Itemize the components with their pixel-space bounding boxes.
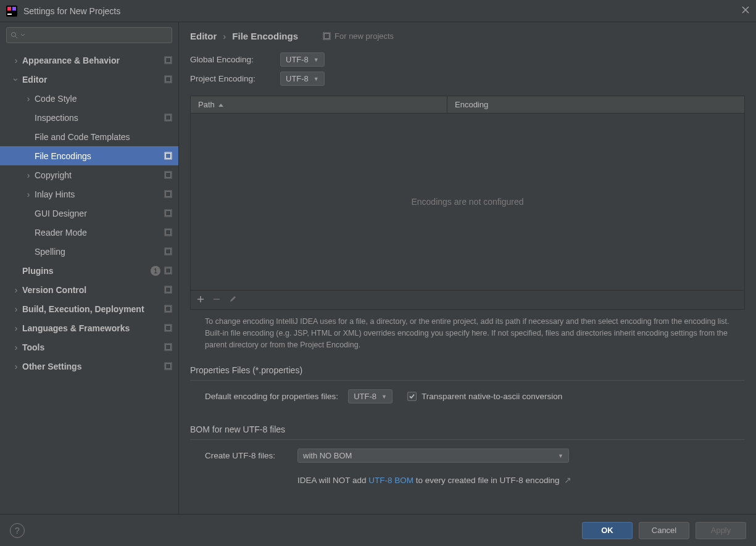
svg-rect-28	[166, 307, 171, 312]
svg-rect-2	[12, 7, 16, 10]
tree-item-spelling[interactable]: Spelling	[0, 242, 178, 261]
scope-icon	[164, 305, 172, 313]
tree-item-file-code-templates[interactable]: File and Code Templates	[0, 127, 178, 146]
remove-button[interactable]	[213, 294, 220, 305]
svg-rect-36	[325, 34, 330, 39]
scope-icon	[164, 362, 172, 370]
svg-rect-18	[166, 211, 171, 216]
tree-item-plugins[interactable]: Plugins 1	[0, 261, 178, 280]
svg-rect-12	[166, 154, 171, 159]
app-logo-icon	[6, 6, 17, 17]
scope-icon	[323, 32, 331, 40]
chevron-down-icon: ▼	[314, 57, 319, 63]
svg-rect-8	[166, 77, 171, 82]
svg-rect-26	[166, 287, 171, 292]
table-toolbar	[190, 291, 745, 310]
svg-rect-1	[7, 7, 11, 10]
tree-item-build-execution-deployment[interactable]: ›Build, Execution, Deployment	[0, 299, 178, 318]
minus-icon	[213, 296, 220, 303]
dialog-footer: ? OK Cancel Apply	[0, 514, 756, 546]
settings-sidebar: ›Appearance & Behavior ›Editor ›Code Sty…	[0, 22, 179, 514]
global-encoding-combo[interactable]: UTF-8▼	[280, 52, 325, 67]
scope-icon	[164, 209, 172, 217]
global-encoding-label: Global Encoding:	[190, 55, 280, 64]
edit-button[interactable]	[229, 294, 236, 305]
tree-item-gui-designer[interactable]: GUI Designer	[0, 204, 178, 223]
chevron-down-icon	[20, 33, 25, 38]
svg-rect-24	[166, 268, 171, 273]
cancel-button[interactable]: Cancel	[639, 522, 689, 539]
external-link-icon: ↗	[564, 476, 571, 485]
encodings-table: Path Encoding Encodings are not configur…	[190, 96, 745, 291]
help-button[interactable]: ?	[10, 523, 25, 538]
scope-icon	[164, 171, 172, 179]
plus-icon	[197, 296, 204, 303]
tree-item-inspections[interactable]: Inspections	[0, 108, 178, 127]
table-empty-text: Encodings are not configured	[191, 114, 744, 290]
tree-item-code-style[interactable]: ›Code Style	[0, 89, 178, 108]
divider	[190, 380, 745, 381]
properties-encoding-label: Default encoding for properties files:	[205, 392, 338, 401]
svg-rect-14	[166, 173, 171, 178]
column-path[interactable]: Path	[191, 96, 447, 113]
scope-icon	[164, 286, 172, 294]
table-header: Path Encoding	[191, 96, 744, 114]
search-icon	[10, 31, 18, 39]
svg-rect-22	[166, 249, 171, 254]
tree-item-version-control[interactable]: ›Version Control	[0, 280, 178, 299]
add-button[interactable]	[197, 294, 204, 305]
pencil-icon	[229, 296, 236, 303]
svg-rect-20	[166, 230, 171, 235]
chevron-down-icon: ▼	[558, 453, 563, 459]
scope-icon	[164, 75, 172, 83]
breadcrumb-editor: Editor	[190, 31, 217, 41]
breadcrumb: Editor › File Encodings For new projects	[190, 31, 745, 41]
create-utf8-combo[interactable]: with NO BOM▼	[297, 449, 569, 463]
plugin-update-badge: 1	[151, 266, 160, 276]
scope-icon	[164, 114, 172, 122]
apply-button[interactable]: Apply	[696, 522, 746, 539]
svg-rect-3	[7, 14, 12, 15]
for-new-projects-hint: For new projects	[323, 31, 394, 41]
breadcrumb-separator: ›	[223, 31, 226, 41]
svg-rect-34	[166, 364, 171, 369]
column-encoding[interactable]: Encoding	[447, 96, 744, 113]
chevron-down-icon: ▼	[314, 76, 319, 82]
close-icon	[741, 6, 750, 14]
tree-item-copyright[interactable]: ›Copyright	[0, 165, 178, 184]
scope-icon	[164, 343, 172, 351]
tree-item-other-settings[interactable]: ›Other Settings	[0, 357, 178, 376]
transparent-native-ascii-label: Transparent native-to-ascii conversion	[422, 392, 562, 401]
svg-rect-10	[166, 115, 171, 120]
bom-info-text: IDEA will NOT add UTF-8 BOM to every cre…	[190, 475, 745, 485]
tree-item-editor[interactable]: ›Editor	[0, 70, 178, 89]
ok-button[interactable]: OK	[582, 522, 633, 539]
tree-item-tools[interactable]: ›Tools	[0, 337, 178, 357]
transparent-native-ascii-checkbox[interactable]	[407, 392, 417, 401]
chevron-down-icon: ▼	[381, 394, 387, 400]
divider	[190, 439, 745, 440]
tree-item-reader-mode[interactable]: Reader Mode	[0, 223, 178, 242]
search-input[interactable]	[6, 27, 172, 43]
tree-item-inlay-hints[interactable]: ›Inlay Hints	[0, 184, 178, 204]
svg-point-4	[12, 33, 16, 37]
scope-icon	[164, 152, 172, 160]
properties-encoding-combo[interactable]: UTF-8▼	[348, 389, 393, 403]
close-button[interactable]	[741, 6, 750, 17]
scope-icon	[164, 56, 172, 64]
scope-icon	[164, 324, 172, 332]
window-title: Settings for New Projects	[23, 6, 120, 16]
bom-section-title: BOM for new UTF-8 files	[190, 424, 745, 434]
svg-rect-6	[166, 58, 171, 63]
tree-item-file-encodings[interactable]: File Encodings	[0, 146, 178, 165]
utf8-bom-link[interactable]: UTF-8 BOM	[368, 476, 413, 485]
tree-item-languages-frameworks[interactable]: ›Languages & Frameworks	[0, 318, 178, 337]
tree-item-appearance-behavior[interactable]: ›Appearance & Behavior	[0, 51, 178, 70]
create-utf8-label: Create UTF-8 files:	[205, 451, 297, 460]
project-encoding-combo[interactable]: UTF-8▼	[280, 72, 325, 86]
titlebar: Settings for New Projects	[0, 0, 756, 22]
check-icon	[409, 393, 415, 400]
settings-main: Editor › File Encodings For new projects…	[179, 22, 756, 514]
settings-tree: ›Appearance & Behavior ›Editor ›Code Sty…	[0, 48, 178, 514]
scope-icon	[164, 267, 172, 275]
